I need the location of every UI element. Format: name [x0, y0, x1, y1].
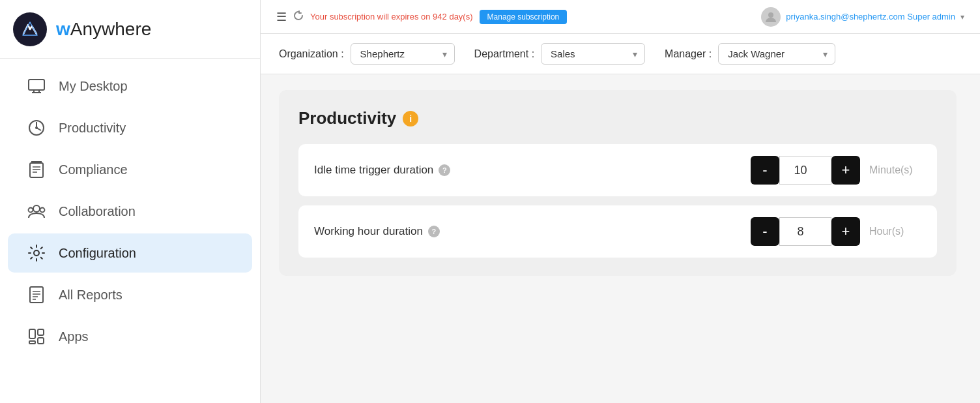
logo-w: w: [56, 19, 70, 39]
user-dropdown-caret[interactable]: ▾: [960, 12, 964, 22]
refresh-icon[interactable]: [293, 10, 304, 23]
logo-text: wAnywhere: [56, 19, 151, 40]
content-area: Productivity i Idle time trigger duratio…: [261, 74, 980, 403]
sidebar-item-label-productivity: Productivity: [59, 121, 126, 136]
org-label: Organization :: [279, 48, 344, 60]
productivity-title-text: Productivity: [298, 108, 396, 128]
svg-rect-1: [29, 80, 44, 90]
productivity-icon: [26, 117, 47, 138]
svg-point-6: [35, 127, 38, 129]
manage-subscription-button[interactable]: Manage subscription: [480, 10, 568, 24]
topbar-right: priyanka.singh@shephertz.com Super admin…: [761, 7, 964, 27]
logo-name: Anywhere: [70, 19, 152, 39]
main-area: ☰ Your subscription will expires on 942 …: [261, 0, 980, 403]
user-avatar: [761, 7, 781, 27]
sidebar-item-all-reports[interactable]: All Reports: [8, 275, 252, 314]
svg-rect-7: [30, 163, 43, 177]
sidebar-item-label-configuration: Configuration: [59, 246, 136, 261]
svg-rect-22: [38, 338, 44, 344]
sidebar-item-label-compliance: Compliance: [59, 162, 128, 177]
svg-point-12: [29, 208, 33, 213]
sidebar-item-configuration[interactable]: Configuration: [8, 233, 252, 273]
productivity-card-title: Productivity i: [298, 108, 937, 128]
desktop-icon: [26, 76, 47, 97]
sidebar-item-compliance[interactable]: Compliance: [8, 150, 252, 189]
dept-select-wrapper: Sales: [541, 43, 645, 65]
sidebar: wAnywhere My Desktop: [0, 0, 261, 403]
productivity-card: Productivity i Idle time trigger duratio…: [279, 90, 957, 276]
idle-time-help-icon[interactable]: ?: [439, 164, 450, 176]
dept-select[interactable]: Sales: [541, 43, 645, 65]
working-hour-minus-button[interactable]: -: [751, 217, 779, 246]
collaboration-icon: [26, 201, 47, 222]
dept-label: Department :: [474, 48, 534, 60]
configuration-icon: [26, 243, 47, 263]
sidebar-nav: My Desktop Productivity: [0, 59, 260, 403]
svg-point-13: [40, 208, 45, 213]
idle-time-input[interactable]: [779, 156, 831, 185]
manager-label: Manager :: [665, 48, 712, 60]
working-hour-label: Working hour duration ?: [314, 225, 751, 238]
idle-time-stepper: - + Minute(s): [751, 156, 921, 185]
reports-icon: [26, 284, 47, 305]
productivity-info-icon[interactable]: i: [403, 111, 418, 127]
sidebar-item-label-apps: Apps: [59, 329, 89, 344]
svg-rect-21: [38, 329, 44, 335]
idle-time-unit: Minute(s): [869, 164, 921, 176]
compliance-icon: [26, 159, 47, 180]
sidebar-item-label-all-reports: All Reports: [59, 288, 122, 303]
sidebar-item-collaboration[interactable]: Collaboration: [8, 192, 252, 231]
working-hour-help-icon[interactable]: ?: [428, 226, 440, 237]
org-filter-group: Organization : Shephertz: [279, 43, 455, 65]
sidebar-item-apps[interactable]: Apps: [8, 317, 252, 356]
idle-time-row: Idle time trigger duration ? - + Minute(…: [298, 144, 937, 196]
org-select[interactable]: Shephertz: [351, 43, 455, 65]
manager-filter-group: Manager : Jack Wagner: [665, 43, 835, 65]
svg-point-24: [768, 12, 773, 18]
subscription-notice: Your subscription will expires on 942 da…: [310, 12, 473, 22]
org-select-wrapper: Shephertz: [351, 43, 455, 65]
sidebar-item-label-my-desktop: My Desktop: [59, 79, 128, 94]
working-hour-row: Working hour duration ? - + Hour(s): [298, 205, 937, 258]
svg-rect-23: [29, 341, 35, 344]
svg-rect-15: [30, 287, 43, 303]
logo-area: wAnywhere: [0, 0, 260, 59]
working-hour-input[interactable]: [779, 217, 831, 246]
sidebar-item-label-collaboration: Collaboration: [59, 204, 136, 219]
svg-rect-20: [29, 329, 35, 338]
hamburger-icon[interactable]: ☰: [276, 10, 287, 24]
filter-bar: Organization : Shephertz Department : Sa…: [261, 34, 980, 74]
working-hour-plus-button[interactable]: +: [831, 217, 860, 246]
user-role: Super admin: [907, 12, 955, 22]
sidebar-item-my-desktop[interactable]: My Desktop: [8, 67, 252, 106]
idle-time-plus-button[interactable]: +: [831, 156, 860, 185]
manager-select-wrapper: Jack Wagner: [718, 43, 835, 65]
sidebar-item-productivity[interactable]: Productivity: [8, 108, 252, 147]
topbar: ☰ Your subscription will expires on 942 …: [261, 0, 980, 34]
logo-icon: [13, 12, 47, 46]
idle-time-label: Idle time trigger duration ?: [314, 164, 751, 177]
manager-select[interactable]: Jack Wagner: [718, 43, 835, 65]
working-hour-stepper: - + Hour(s): [751, 217, 921, 246]
apps-icon: [26, 326, 47, 347]
svg-point-14: [34, 250, 39, 256]
dept-filter-group: Department : Sales: [474, 43, 645, 65]
svg-point-11: [33, 205, 40, 212]
topbar-left: ☰ Your subscription will expires on 942 …: [276, 10, 753, 24]
idle-time-minus-button[interactable]: -: [751, 156, 779, 185]
working-hour-unit: Hour(s): [869, 226, 921, 237]
user-email: priyanka.singh@shephertz.com Super admin: [786, 12, 955, 22]
